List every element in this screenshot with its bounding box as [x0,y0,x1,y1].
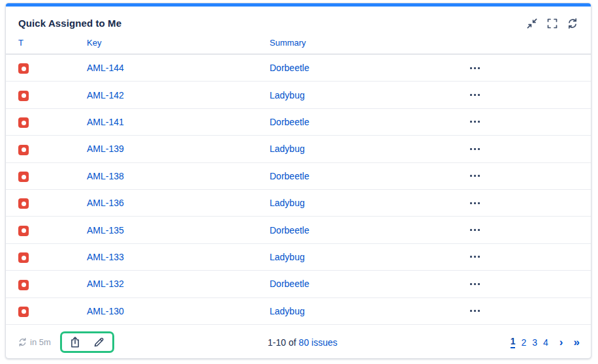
row-actions-button[interactable] [467,253,482,260]
issue-summary-link[interactable]: Ladybug [270,198,305,208]
refresh-button[interactable] [567,18,578,29]
row-actions-button[interactable] [467,281,482,288]
cell-issue-summary: Ladybug [270,89,435,101]
gadget-header: Quick Assigned to Me [6,7,591,35]
cell-issue-summary: Dorbeetle [270,62,435,74]
pagination-last-button[interactable]: » [574,337,579,348]
issue-key-link[interactable]: AML-139 [87,144,124,154]
bug-type-icon [18,280,29,290]
issue-summary-link[interactable]: Dorbeetle [270,279,309,289]
row-actions-button[interactable] [467,65,482,72]
issue-summary-link[interactable]: Dorbeetle [270,63,309,73]
row-actions-button[interactable] [467,307,482,314]
cell-issue-type [18,305,87,317]
results-count-link[interactable]: 80 issues [299,337,338,348]
edit-button[interactable] [93,336,105,348]
cell-row-actions [435,65,514,72]
table-header-row: T Key Summary [6,35,591,55]
table-row: AML-141 Dorbeetle [6,109,591,136]
cell-issue-type [18,62,87,74]
cell-issue-type [18,143,87,155]
cell-issue-key: AML-141 [87,116,270,128]
cell-row-actions [435,200,514,207]
issue-summary-link[interactable]: Ladybug [270,144,305,154]
cell-issue-key: AML-138 [87,170,270,182]
column-header-key[interactable]: Key [87,38,270,48]
cell-issue-type [18,170,87,183]
share-button[interactable] [69,336,82,348]
issue-summary-link[interactable]: Dorbeetle [270,225,309,235]
cell-issue-type [18,116,87,129]
cell-issue-key: AML-139 [87,143,270,155]
cell-issue-key: AML-130 [87,305,270,317]
cell-issue-key: AML-144 [87,62,270,74]
issue-key-link[interactable]: AML-132 [87,279,124,289]
cell-row-actions [435,118,514,125]
issue-summary-link[interactable]: Dorbeetle [270,171,309,181]
cell-issue-summary: Ladybug [270,251,435,263]
row-actions-button[interactable] [467,145,482,153]
collapse-button[interactable] [526,18,537,29]
table-row: AML-132 Dorbeetle [6,271,591,297]
issue-key-link[interactable]: AML-142 [87,90,124,100]
issue-key-link[interactable]: AML-138 [87,171,124,181]
cell-issue-summary: Dorbeetle [270,116,435,128]
gadget-footer: in 5m 1-10 of80 issues [6,326,591,358]
issue-key-link[interactable]: AML-136 [87,198,124,208]
issue-key-link[interactable]: AML-144 [87,63,124,73]
issue-summary-link[interactable]: Dorbeetle [270,117,309,127]
row-actions-button[interactable] [467,172,482,179]
table-row: AML-142 Ladybug [6,82,591,108]
pagination-next-button[interactable]: › [559,337,563,348]
cell-row-actions [435,91,514,99]
bug-type-icon [18,198,29,209]
cell-issue-key: AML-142 [87,89,270,101]
cell-issue-summary: Dorbeetle [270,170,435,182]
cell-issue-type [18,224,87,236]
table-row: AML-135 Dorbeetle [6,217,591,243]
table-row: AML-144 Dorbeetle [6,55,591,82]
cell-issue-type [18,251,87,264]
pagination-pages: 234 [521,337,548,348]
refresh-countdown-label: in 5m [30,337,51,347]
cell-row-actions [435,172,514,179]
table-row: AML-138 Dorbeetle [6,163,591,190]
column-header-summary[interactable]: Summary [270,38,435,48]
cell-row-actions [435,281,514,288]
bug-type-icon [18,307,29,317]
issue-key-link[interactable]: AML-130 [87,306,124,316]
share-icon [69,337,81,348]
refresh-countdown-icon [18,338,27,346]
issue-summary-link[interactable]: Ladybug [270,90,305,100]
bug-type-icon [18,252,29,263]
issue-summary-link[interactable]: Ladybug [270,306,305,316]
issue-table-body: AML-144 Dorbeetle AML-142 Ladybug [6,55,591,325]
issue-key-link[interactable]: AML-141 [87,117,124,127]
collapse-icon [527,18,537,29]
pencil-icon [93,337,104,348]
cell-issue-key: AML-135 [87,224,270,236]
issue-summary-link[interactable]: Ladybug [270,252,305,262]
cell-row-actions [435,226,514,234]
issue-key-link[interactable]: AML-135 [87,225,124,235]
issue-key-link[interactable]: AML-133 [87,252,124,262]
row-actions-button[interactable] [467,226,482,234]
bug-type-icon [18,145,29,155]
cell-issue-summary: Dorbeetle [270,278,435,290]
pagination-page-link[interactable]: 3 [532,337,537,348]
bug-type-icon [18,172,29,182]
cell-issue-summary: Dorbeetle [270,224,435,236]
cell-issue-summary: Ladybug [270,143,435,155]
cell-issue-type [18,89,87,101]
cell-issue-summary: Ladybug [270,197,435,209]
row-actions-button[interactable] [467,118,482,125]
row-actions-button[interactable] [467,91,482,99]
refresh-icon [567,18,578,29]
pagination-page-link[interactable]: 4 [543,337,548,348]
annotation-highlight-box [60,331,114,353]
column-header-type[interactable]: T [18,38,87,48]
row-actions-button[interactable] [467,200,482,207]
pagination-page-link[interactable]: 2 [521,337,526,348]
maximize-button[interactable] [546,18,558,29]
pagination-page-current[interactable]: 1 [511,336,516,348]
